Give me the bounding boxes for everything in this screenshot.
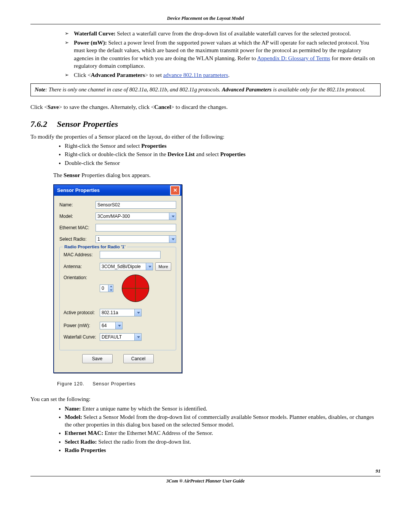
section-title: Sensor Properties: [57, 119, 118, 129]
item-advanced: Click <Advanced Parameters> to set advan…: [65, 71, 381, 79]
item-power: Power (mW): Select a power level from th…: [65, 39, 381, 70]
power-combo[interactable]: 64: [100, 322, 123, 329]
antenna-combo[interactable]: 3COM_5dBi/Dipole: [100, 263, 153, 270]
post: .: [228, 72, 229, 78]
mac-field[interactable]: [100, 251, 161, 259]
step-3: Double-click the Sensor: [65, 159, 381, 167]
sensor-properties-dialog: Sensor Properties ✕ Name: SensorS02 Mode…: [53, 184, 182, 373]
close-icon: ✕: [173, 187, 177, 194]
label: Power (mW):: [74, 40, 107, 46]
pre: Click <: [74, 72, 91, 78]
antenna-pattern-icon: [122, 275, 149, 302]
ethernet-mac-field[interactable]: [96, 224, 176, 232]
chevron-down-icon: [118, 325, 121, 327]
radio-properties-group: Radio Properties for Radio '1' MAC Addre…: [59, 247, 176, 350]
dialog-body: Name: SensorS02 Model: 3Com/MAP-300 Ethe…: [54, 196, 182, 372]
howto-list: Right-click the Sensor and select Proper…: [30, 142, 381, 167]
chevron-down-icon: [172, 216, 175, 217]
label-mac: MAC Address:: [64, 252, 100, 258]
properties-list: Name: Enter a unique name by which the S…: [30, 405, 381, 454]
note-prefix: Note: [35, 86, 45, 93]
step-2: Right-click or double-click the Sensor i…: [65, 150, 381, 158]
label-orientation: Orientation:: [64, 275, 100, 281]
figure-title: Sensor Properties: [92, 381, 135, 387]
label-power: Power (mW):: [64, 323, 100, 329]
save-instruction: Click <Save> to save the changes. Altern…: [30, 103, 381, 111]
chevron-down-icon: [137, 336, 140, 338]
label-model: Model:: [59, 213, 96, 219]
note-body: : There is only one channel in case of 8…: [45, 86, 222, 93]
waterfall-combo[interactable]: DEFAULT: [100, 333, 142, 341]
prop-model: Model: Select a Sensor Model from the dr…: [65, 413, 381, 429]
step-1: Right-click the Sensor and select Proper…: [65, 142, 381, 150]
label: Waterfall Curve:: [74, 30, 116, 37]
label-waterfall: Waterfall Curve:: [64, 334, 100, 340]
dialog-title: Sensor Properties: [57, 187, 100, 194]
prop-radio: Select Radio: Select the radio from the …: [65, 438, 381, 446]
more-button[interactable]: More: [155, 262, 171, 271]
prop-name: Name: Enter a unique name by which the S…: [65, 405, 381, 412]
name-field[interactable]: SensorS02: [96, 201, 176, 209]
label-active: Active protocol:: [64, 310, 100, 316]
group-legend: Radio Properties for Radio '1': [63, 244, 127, 250]
dialog-buttons: Save Cancel: [59, 350, 176, 369]
prop-rp: Radio Properties: [65, 446, 381, 454]
link-advanced-params[interactable]: advance 802.11n parameters: [163, 72, 228, 78]
dialog-appears: The Sensor Properties dialog box appears…: [53, 171, 381, 179]
after-text: You can set the following:: [30, 395, 381, 403]
top-arrow-list: Waterfall Curve: Select a waterfall curv…: [30, 30, 381, 79]
figure-number: Figure 120.: [57, 381, 84, 387]
chevron-down-icon: [110, 289, 112, 291]
close-button[interactable]: ✕: [170, 185, 180, 195]
link-glossary[interactable]: Appendix D: Glossary of Terms: [257, 55, 330, 61]
active-protocol-combo[interactable]: 802.11a: [100, 309, 142, 316]
note-box: Note: There is only one channel in case …: [30, 83, 381, 96]
bold: Advanced Parameters: [91, 72, 145, 78]
label-antenna: Antenna:: [64, 264, 100, 270]
item-waterfall: Waterfall Curve: Select a waterfall curv…: [65, 30, 381, 37]
chevron-down-icon: [172, 238, 175, 240]
model-combo[interactable]: 3Com/MAP-300: [96, 212, 176, 220]
titlebar: Sensor Properties ✕: [54, 185, 182, 196]
chevron-up-icon: [110, 286, 112, 287]
prop-emac: Ethernet MAC: Enter the Ethernet MAC Add…: [65, 429, 381, 437]
orientation-spinner[interactable]: 0: [100, 284, 113, 292]
footer: 3Com ® AirProtect Planner User Guide: [30, 476, 381, 484]
cancel-button[interactable]: Cancel: [123, 354, 154, 363]
chevron-down-icon: [137, 312, 140, 314]
mid: > to set: [145, 72, 163, 78]
note-bold: Advanced Parameters: [222, 86, 272, 93]
figure-caption: Figure 120. Sensor Properties: [57, 381, 381, 387]
save-button[interactable]: Save: [82, 354, 113, 363]
running-head: Device Placement on the Layout Model: [30, 15, 381, 24]
label-name: Name:: [59, 202, 96, 208]
page: Device Placement on the Layout Model Wat…: [15, 0, 396, 492]
page-number: 91: [30, 468, 381, 474]
section-heading: 7.6.2 Sensor Properties: [30, 118, 381, 130]
note-tail: is available only for the 802.11n protoc…: [272, 86, 366, 93]
chevron-down-icon: [148, 266, 151, 268]
section-number: 7.6.2: [30, 118, 55, 130]
label-radio: Select Radio:: [59, 236, 96, 242]
text: Select a waterfall curve from the drop-d…: [117, 30, 351, 37]
intro-text: To modify the properties of a Sensor pla…: [30, 133, 381, 141]
label-emac: Ethernet MAC:: [59, 225, 96, 231]
select-radio-combo[interactable]: 1: [96, 235, 176, 243]
